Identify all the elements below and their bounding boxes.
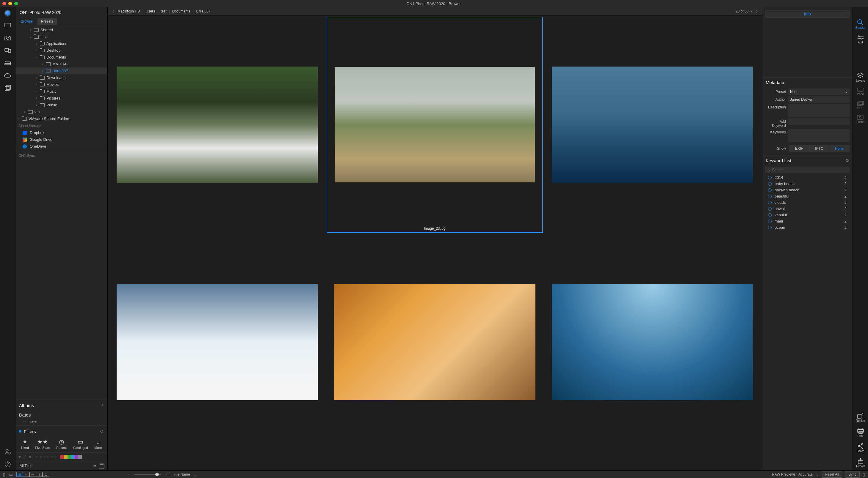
filters-reset-icon[interactable]: ↺ (100, 429, 104, 434)
keywords-field[interactable] (788, 129, 849, 142)
mode-pano[interactable]: Pano (857, 88, 864, 96)
thumbnail-9[interactable] (544, 451, 761, 470)
albums-header[interactable]: Albums+ (16, 400, 107, 411)
thumbnail-6[interactable] (544, 234, 761, 450)
folder-movies[interactable]: ›Movies (16, 81, 107, 88)
filter-cataloged[interactable]: ▭Cataloged (73, 439, 88, 449)
date-item[interactable]: ▭Date (16, 418, 107, 425)
unlike-icon[interactable]: ♡ (23, 454, 27, 459)
keyword-list[interactable]: 20142baby beach2baldwin beach2beautiful2… (762, 174, 852, 470)
keyword-row[interactable]: beautiful2 (765, 193, 849, 199)
folder-pictures[interactable]: ›Pictures (16, 95, 107, 102)
breadcrumb-back-button[interactable]: ‹ (111, 9, 116, 14)
filter-recent[interactable]: ◷Recent (56, 439, 67, 449)
thumbnail-grid[interactable]: Image_23.jpg (108, 15, 762, 470)
folder-music[interactable]: ›Music (16, 88, 107, 95)
crumb-1[interactable]: Users (145, 9, 156, 13)
folder-documents[interactable]: ⌄Documents (16, 54, 107, 61)
add-album-button[interactable]: + (100, 402, 104, 408)
devices-icon[interactable] (4, 47, 11, 54)
help-icon[interactable] (4, 461, 11, 468)
mode-share[interactable]: Share (857, 443, 864, 453)
thumb-size-slider[interactable] (134, 474, 161, 475)
user-icon[interactable] (4, 448, 11, 455)
folder-public[interactable]: ›Public (16, 102, 107, 108)
mode-resize[interactable]: Resize (856, 413, 865, 422)
mode-focus[interactable]: Focus (857, 115, 864, 124)
keyword-radio-icon[interactable] (768, 213, 772, 217)
folder-ultra387[interactable]: ›Ultra 387 (16, 67, 107, 74)
keyword-radio-icon[interactable] (768, 182, 772, 186)
folder-matlab[interactable]: ›MATLAB (16, 61, 107, 67)
view-split-button[interactable]: ⫿ (36, 472, 42, 477)
drive-icon[interactable] (4, 60, 11, 67)
close-window-button[interactable] (2, 2, 6, 5)
filters-header[interactable]: Filters↺ (16, 425, 107, 437)
crumb-4[interactable]: Ultra 387 (195, 9, 212, 13)
view-single-button[interactable]: ▭ (23, 472, 29, 477)
pager-prev-button[interactable]: ‹ (750, 9, 753, 14)
info-button[interactable]: Info (765, 10, 849, 18)
keyword-row[interactable]: 20142 (765, 174, 849, 181)
keyword-list-header[interactable]: Keyword List⚙ (762, 155, 852, 166)
folder-vmware[interactable]: ›VMware Shared Folders (16, 115, 107, 122)
star-rating[interactable]: ☆☆☆☆☆ (39, 455, 57, 459)
gear-icon[interactable]: ⚙ (845, 158, 849, 163)
filter-liked[interactable]: ♥Liked (21, 439, 29, 449)
tab-browse[interactable]: Browse (17, 18, 36, 25)
like-icon[interactable]: ♥ (19, 454, 21, 459)
mode-layers[interactable]: Layers (856, 72, 865, 82)
keyword-radio-icon[interactable] (768, 201, 772, 204)
zoom-out-icon[interactable]: ▫ (128, 472, 129, 477)
sync-button[interactable]: Sync (845, 471, 860, 478)
stack-icon[interactable] (4, 84, 11, 92)
sort-label[interactable]: File Name (174, 472, 190, 477)
keyword-row[interactable]: hawaii2 (765, 206, 849, 212)
cloud-gdrive[interactable]: Google Drive (16, 136, 107, 143)
tab-presets[interactable]: Presets (37, 18, 57, 25)
toggle-right-panel-icon[interactable]: ▯ (863, 472, 865, 477)
toggle-left-panel-icon[interactable]: ▯ (3, 472, 5, 477)
time-filter-select[interactable]: All Time (19, 464, 97, 468)
folder-vm[interactable]: ›vm (16, 108, 107, 115)
folder-downloads[interactable]: ›Downloads (16, 74, 107, 81)
author-field[interactable]: Jarred Decker (788, 96, 849, 103)
thumbnail-2-selected[interactable]: Image_23.jpg (327, 16, 543, 233)
keyword-radio-icon[interactable] (768, 176, 772, 179)
thumbnail-8[interactable] (327, 451, 543, 470)
preset-select[interactable]: None⌄ (788, 89, 849, 95)
crumb-0[interactable]: Macintosh HD (116, 9, 141, 13)
mode-edit[interactable]: Edit (857, 35, 864, 44)
seg-exif[interactable]: EXIF (789, 145, 809, 152)
reject-icon[interactable]: ✕ (28, 454, 32, 459)
dates-header[interactable]: Dates (16, 411, 107, 418)
folder-tree[interactable]: ›Shared ⌄test ›Applications ›Desktop ⌄Do… (16, 25, 107, 400)
seg-iptc[interactable]: IPTC (809, 145, 830, 152)
filter-more[interactable]: ⌄More (94, 439, 102, 449)
keyword-radio-icon[interactable] (768, 207, 772, 211)
zoom-window-button[interactable] (14, 2, 18, 5)
chevron-down-icon[interactable]: ⌄ (816, 472, 818, 477)
keyword-row[interactable]: kahului2 (765, 212, 849, 218)
view-grid-button[interactable]: ▦ (17, 472, 23, 477)
chevron-down-icon[interactable]: ⌄ (194, 472, 197, 477)
thumbnail-4[interactable] (109, 234, 326, 450)
keyword-row[interactable]: baby beach2 (765, 181, 849, 187)
keyword-row[interactable]: maui2 (765, 218, 849, 224)
keyword-search-input[interactable] (772, 168, 847, 172)
folder-shared[interactable]: ›Shared (16, 27, 107, 33)
mode-print[interactable]: Print (857, 428, 864, 438)
camera-icon[interactable] (4, 34, 11, 42)
mode-browse[interactable]: Browse (856, 19, 865, 29)
add-keyword-field[interactable] (788, 118, 849, 125)
toggle-filmstrip-icon[interactable]: ▭ (9, 472, 13, 477)
monitor-icon[interactable] (4, 22, 11, 29)
folder-applications[interactable]: ›Applications (16, 40, 107, 47)
mode-hdr[interactable]: HDR (857, 101, 864, 110)
keyword-row[interactable]: ocean2 (765, 224, 849, 231)
keyword-radio-icon[interactable] (768, 195, 772, 198)
view-map-button[interactable]: ◫ (42, 472, 49, 477)
thumbnail-7[interactable] (109, 451, 326, 470)
color-labels[interactable] (60, 455, 82, 459)
thumbnail-1[interactable] (109, 16, 326, 233)
